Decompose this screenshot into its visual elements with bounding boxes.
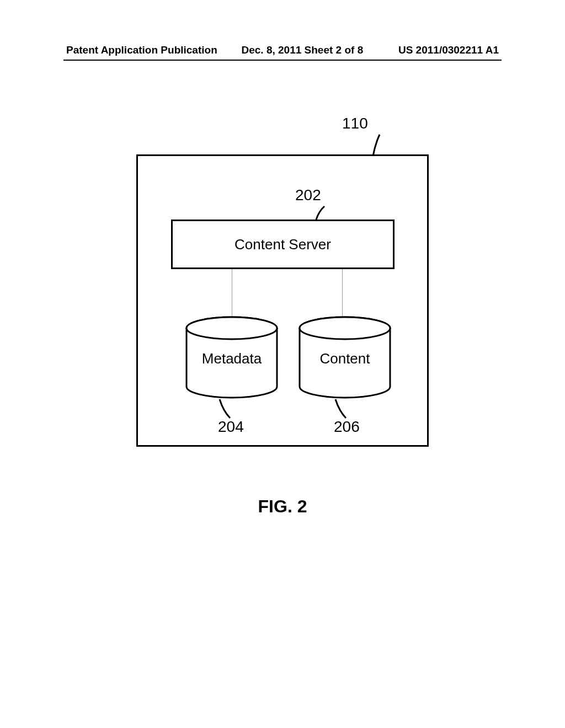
- metadata-label: Metadata: [185, 350, 279, 367]
- leader-line-icon: [315, 205, 334, 221]
- svg-point-3: [300, 317, 390, 339]
- metadata-database-icon: Metadata: [185, 316, 279, 399]
- connector-line: [342, 269, 343, 316]
- ref-label-206: 206: [334, 418, 360, 436]
- system-box: 110 202 Content Server Metadata: [136, 154, 429, 447]
- header-sheet-info: Dec. 8, 2011 Sheet 2 of 8: [241, 44, 363, 56]
- header-us-number: US 2011/0302211 A1: [398, 44, 499, 56]
- connector-line: [232, 269, 232, 316]
- header-publication: Patent Application Publication: [66, 44, 217, 56]
- content-label: Content: [298, 350, 392, 367]
- content-database-icon: Content: [298, 316, 392, 399]
- diagram-container: 110 202 Content Server Metadata: [0, 154, 565, 517]
- leader-line-icon: [218, 398, 234, 420]
- header-divider: [63, 60, 502, 61]
- content-server-box: Content Server: [171, 220, 395, 269]
- ref-label-204: 204: [218, 418, 244, 436]
- leader-line-icon: [370, 133, 392, 158]
- ref-label-202: 202: [295, 186, 321, 204]
- ref-label-110: 110: [342, 115, 368, 132]
- page-header: Patent Application Publication Dec. 8, 2…: [0, 44, 565, 56]
- leader-line-icon: [334, 398, 350, 420]
- content-server-label: Content Server: [234, 236, 331, 253]
- figure-caption: FIG. 2: [258, 496, 307, 517]
- svg-point-1: [186, 317, 277, 339]
